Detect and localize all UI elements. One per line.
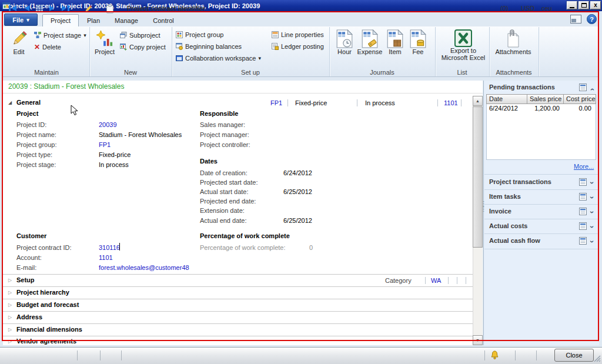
chevron-down-icon[interactable]: › xyxy=(589,226,595,228)
factbox-icon xyxy=(579,193,587,201)
general-summary-account[interactable]: 1101 xyxy=(444,99,458,106)
date-of-creation-value: 6/24/2012 xyxy=(283,169,312,176)
project-stage-button[interactable]: Project stage ▾ xyxy=(34,31,86,40)
minimize-button[interactable] xyxy=(567,1,577,9)
maximize-button[interactable] xyxy=(578,1,589,9)
section-address[interactable] xyxy=(3,312,473,323)
export-excel-button[interactable]: Export to Microsoft Excel xyxy=(437,27,489,61)
last-record-button[interactable] xyxy=(61,4,70,12)
expander-closed-icon: ▷ xyxy=(8,315,12,320)
tab-project[interactable]: Project xyxy=(42,14,79,26)
actual-start-value: 6/25/2012 xyxy=(283,188,312,195)
general-summary-project-group[interactable]: FP1 xyxy=(270,99,282,106)
delete-button[interactable]: ✕ Delete xyxy=(34,42,61,52)
general-summary-project-stage: In process xyxy=(365,99,395,106)
copy-project-button[interactable]: Copy project xyxy=(120,42,166,52)
project-type-label: Project type: xyxy=(16,151,52,158)
project-id-value[interactable]: 20039 xyxy=(99,121,117,128)
edit-mode-pencil-icon[interactable] xyxy=(83,4,93,14)
project-contract-id-label: Project contract ID: xyxy=(16,244,72,251)
project-group-label: Project group: xyxy=(16,141,56,148)
tab-control[interactable]: Control xyxy=(145,14,182,26)
status-hint-text: Project contract identifier xyxy=(127,5,205,12)
chevron-down-icon[interactable]: › xyxy=(589,211,595,213)
email-value[interactable]: forest.wholesales@customer48 xyxy=(99,264,189,271)
item-journal-icon xyxy=(387,28,403,48)
notification-bell-icon[interactable] xyxy=(490,350,499,360)
invoice-title: Invoice xyxy=(489,208,511,215)
clipboard-icon[interactable] xyxy=(106,4,114,14)
group-label-attachments: Attachments xyxy=(489,69,539,76)
tab-manage[interactable]: Manage xyxy=(108,14,145,26)
group-label-maintain: Maintain xyxy=(5,69,88,76)
chevron-down-icon: ▾ xyxy=(83,32,86,38)
expense-journal-icon xyxy=(362,28,378,48)
project-type-value: Fixed-price xyxy=(99,151,131,158)
actual-cash-flow-title: Actual cash flow xyxy=(489,237,540,244)
pending-transactions-title: Pending transactions xyxy=(489,84,555,91)
pending-row-sales-price[interactable]: 1,200.00 xyxy=(527,105,560,112)
percentage-label: Percentage of work complete: xyxy=(200,244,286,251)
column-header-cost-price[interactable]: Cost price xyxy=(563,94,596,104)
tab-plan[interactable]: Plan xyxy=(79,14,108,26)
maximize-icon xyxy=(581,3,587,8)
ledger-posting-button[interactable]: Ledger posting xyxy=(272,42,324,51)
hour-journal-button[interactable]: Hour xyxy=(333,28,356,55)
arrow-up-icon: ▲ xyxy=(476,99,480,103)
project-contract-id-value[interactable]: 310116 xyxy=(99,244,120,251)
item-journal-button[interactable]: Item xyxy=(384,28,406,55)
group-label-list: List xyxy=(435,69,489,76)
chevron-up-icon[interactable]: › xyxy=(589,88,595,91)
section-project-hierarchy[interactable] xyxy=(3,287,473,299)
scroll-up-button[interactable]: ▲ xyxy=(473,96,483,106)
close-window-button[interactable]: x xyxy=(590,1,601,9)
customer-subheader: Customer xyxy=(16,232,46,239)
more-link[interactable]: More... xyxy=(574,163,594,170)
close-button[interactable]: Close xyxy=(554,349,594,362)
pending-row-date[interactable]: 6/24/2012 xyxy=(489,105,518,112)
account-label: Account: xyxy=(16,254,42,261)
collaboration-workspace-button[interactable]: Collaboration workspace ▾ xyxy=(176,54,261,63)
copy-project-icon xyxy=(120,44,127,51)
attachments-button[interactable]: Attachments xyxy=(493,28,534,55)
line-properties-button[interactable]: Line properties xyxy=(272,30,324,39)
new-project-button[interactable]: Project xyxy=(92,28,118,55)
scroll-down-button[interactable]: ▼ xyxy=(473,335,483,345)
group-label-journals: Journals xyxy=(329,69,435,76)
project-group-button[interactable]: Project group xyxy=(176,30,223,39)
previous-record-button[interactable] xyxy=(22,4,31,12)
subproject-button[interactable]: Subproject xyxy=(120,31,160,40)
factbox-icon xyxy=(579,178,587,186)
file-menu-button[interactable]: File ▾ xyxy=(4,14,38,26)
company-indicator: ceu xyxy=(541,5,552,12)
resize-grip[interactable] xyxy=(594,355,601,362)
chevron-down-icon[interactable]: › xyxy=(589,182,595,184)
section-general-header[interactable] xyxy=(3,96,473,109)
fee-journal-button[interactable]: Fee xyxy=(408,28,428,55)
edit-button[interactable]: Edit xyxy=(6,28,32,55)
notification-count[interactable]: (0) xyxy=(500,5,508,12)
chevron-down-icon[interactable]: › xyxy=(589,241,595,243)
responsible-subheader: Responsible xyxy=(200,110,238,117)
help-icon[interactable]: ? xyxy=(587,14,597,24)
setup-category-value[interactable]: WA xyxy=(431,277,441,284)
new-project-icon xyxy=(96,28,113,48)
layout-icon[interactable] xyxy=(570,15,581,24)
fee-journal-icon xyxy=(410,28,426,48)
first-record-button[interactable] xyxy=(8,4,18,12)
beginning-balances-button[interactable]: Beginning balances xyxy=(176,42,242,51)
project-subheader: Project xyxy=(16,110,38,117)
project-group-value[interactable]: FP1 xyxy=(99,141,111,148)
next-record-button[interactable] xyxy=(48,4,56,12)
projected-end-label: Projected end date: xyxy=(200,198,256,205)
general-summary-project-type: Fixed-price xyxy=(295,99,327,106)
chevron-down-icon[interactable]: › xyxy=(589,196,595,199)
expense-journal-button[interactable]: Expense xyxy=(356,28,383,55)
grid-view-button[interactable] xyxy=(35,4,44,12)
pending-row-cost-price[interactable]: 0.00 xyxy=(563,105,591,112)
account-value[interactable]: 1101 xyxy=(99,254,113,261)
column-header-date[interactable]: Date xyxy=(486,94,527,104)
actual-costs-title: Actual costs xyxy=(489,222,527,229)
column-header-sales-price[interactable]: Sales price xyxy=(527,94,564,104)
scrollbar-thumb[interactable] xyxy=(473,106,483,248)
